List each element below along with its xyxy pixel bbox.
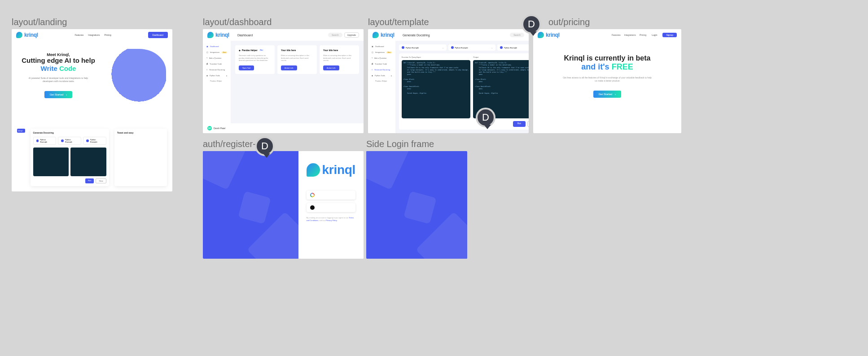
mini-card-title: Generate Docstring — [33, 131, 106, 134]
sidebar-item-docstring[interactable]: ≡Generate Docstring — [206, 67, 228, 73]
google-login-button[interactable] — [307, 191, 355, 200]
sidebar-item-translate[interactable]: ⇄Translate Code — [206, 61, 228, 67]
github-icon — [310, 205, 315, 210]
run-button[interactable]: Run — [513, 121, 526, 127]
login-button[interactable]: Login — [650, 33, 659, 37]
template-content: Python Example⌄ Python Example⌄ Python E… — [395, 41, 529, 133]
dash-card-2: Your title here Write an amazing descrip… — [277, 45, 317, 74]
frame-dashboard[interactable]: layout/dashboard krinql Dashboard Search… — [203, 17, 364, 133]
pricing-nav: krinql Features Integrations Pricing Log… — [533, 29, 681, 41]
nav-pricing[interactable]: Pricing — [104, 34, 111, 36]
dashboard-footer: DP Darsh Patel — [203, 123, 364, 133]
brand-logo[interactable]: krinql — [207, 32, 229, 38]
sidebar-item-integrations[interactable]: ◫IntegrationsNew — [206, 49, 228, 55]
nav-pricing[interactable]: Pricing — [640, 34, 646, 36]
nav-integrations[interactable]: Integrations — [88, 34, 100, 36]
example-pill-2[interactable]: Python Example⌄ — [448, 44, 496, 51]
brand-text: krinql — [546, 32, 560, 38]
nav-features[interactable]: Features — [75, 34, 84, 36]
brand-text: krinql — [381, 32, 395, 38]
hero-section: Meet Krinql, Cutting edge AI to help Wri… — [12, 41, 172, 123]
mini-pill-1[interactable]: Python Example — [33, 137, 57, 145]
sidebar-item-dashboard[interactable]: ▣Dashboard — [206, 43, 228, 49]
example-pill-1[interactable]: Python Example⌄ — [399, 44, 447, 51]
dashboard-main: ▣Dashboard ◫IntegrationsNew ?Ask a Quest… — [203, 41, 364, 123]
footer-user-name: Darsh Patel — [214, 127, 225, 130]
question-icon: ? — [206, 57, 207, 59]
collaborator-bubble-3[interactable]: D — [255, 136, 275, 156]
dash-card-pandas: ◈Pandas HelperPro Generate code to try q… — [235, 45, 275, 74]
sidebar-item-ask[interactable]: ?Ask a Question — [206, 55, 228, 61]
sidebar: ▣Dashboard ◫IntegrationsNew ?Ask a Quest… — [368, 41, 395, 133]
sidebar-item-pytools[interactable]: ◆Python Tools▴ — [206, 73, 228, 78]
mini-code-pair — [33, 148, 106, 176]
frame-template[interactable]: layout/template krinql Generate Docstrin… — [368, 17, 529, 133]
signup-button[interactable]: Signup — [662, 33, 677, 37]
search-input[interactable]: Search — [510, 33, 524, 37]
pro-badge: Pro — [259, 49, 264, 51]
nav-features[interactable]: Features — [612, 34, 621, 36]
sidebar-item-integrations[interactable]: ◫IntegrationsNew — [371, 49, 393, 55]
nav-integrations[interactable]: Integrations — [624, 34, 636, 36]
sidebar-item-translate[interactable]: ⇄Translate Code — [371, 61, 393, 67]
sidebar-item-pytools[interactable]: ◆Python Tools▴ — [371, 73, 393, 78]
side-login-body — [366, 151, 467, 259]
sidebar-item-ask[interactable]: ?Ask a Question — [371, 55, 393, 61]
pricing-nav-links: Features Integrations Pricing — [612, 34, 646, 36]
collaborator-bubble-1[interactable]: D — [522, 14, 541, 34]
run-button[interactable]: Run — [85, 178, 94, 183]
arrow-right-icon: › — [615, 93, 616, 96]
template-title: Generate Docstring — [403, 34, 430, 37]
brand-text: krinql — [24, 32, 38, 38]
dashboard-cards-grid: ◈Pandas HelperPro Generate code to try q… — [231, 41, 364, 123]
frame-pricing[interactable]: out/pricing krinql Features Integrations… — [533, 17, 681, 133]
mini-pill-3[interactable]: Python Example — [83, 137, 106, 145]
chevron-up-icon: ▴ — [226, 74, 227, 77]
mini-pill-2[interactable]: Python Example — [58, 137, 81, 145]
sidebar-item-docstring[interactable]: ≡Generate Docstring — [371, 67, 393, 73]
collaborator-bubble-2[interactable]: D — [476, 108, 495, 127]
frame-register[interactable]: auth/register- krinql By creating an acc… — [203, 139, 364, 259]
get-started-button[interactable]: Get Started › — [44, 91, 73, 98]
template-code-area: Function To Query/Input Output def train… — [399, 53, 529, 130]
hero-sub: AI powered Suite of developer tools and … — [25, 77, 92, 83]
card-title: Your title here — [323, 49, 355, 52]
python-icon: ◆ — [206, 74, 208, 77]
action-link-button[interactable]: Action Link — [281, 65, 297, 70]
privacy-link[interactable]: Privacy Policy — [326, 219, 337, 221]
card-title: Your title here — [281, 49, 313, 52]
clear-button[interactable]: Clear — [527, 121, 529, 127]
github-login-button[interactable] — [307, 203, 355, 212]
sidebar-sub-pandas[interactable]: Pandas Helper — [371, 78, 393, 83]
hero-text: Meet Krinql, Cutting edge AI to help Wri… — [18, 49, 99, 112]
google-icon — [310, 193, 315, 197]
template-footer-buttons: Run Clear — [402, 121, 529, 127]
dashboard-button[interactable]: Dashboard — [148, 32, 168, 38]
brand-logo[interactable]: krinql — [373, 32, 395, 38]
template-main: ▣Dashboard ◫IntegrationsNew ?Ask a Quest… — [368, 41, 529, 133]
doc-icon: ≡ — [372, 69, 373, 71]
dot-icon — [86, 139, 89, 142]
action-link-button[interactable]: Action Link — [323, 65, 339, 70]
clear-button[interactable]: Clear — [96, 178, 106, 183]
sidebar-item-dashboard[interactable]: ▣Dashboard — [371, 43, 393, 49]
mini-side-title: Tweet and easy — [117, 131, 164, 134]
frame-landing[interactable]: layout/landing krinql Features Integrati… — [12, 17, 172, 191]
search-input[interactable]: Search — [328, 33, 342, 37]
sidebar: ▣Dashboard ◫IntegrationsNew ?Ask a Quest… — [203, 41, 231, 123]
card-body: Write an amazing description in this ded… — [281, 54, 313, 62]
brand-logo[interactable]: krinql — [538, 32, 560, 38]
translate-icon: ⇄ — [372, 63, 373, 65]
open-tool-button[interactable]: Open Tool — [239, 65, 254, 70]
dot-icon — [36, 139, 39, 142]
example-pill-3[interactable]: Python Example⌄ — [497, 44, 529, 51]
avatar[interactable]: DP — [207, 126, 212, 130]
code-input-block[interactable]: def train(df, epochs=10, lr=1e-3): """Tr… — [402, 60, 470, 118]
chevron-down-icon: ⌄ — [491, 46, 493, 49]
get-started-button[interactable]: Get Started › — [593, 91, 622, 98]
brand-logo[interactable]: krinql — [16, 32, 38, 38]
mini-brand: krinql — [17, 129, 25, 133]
frame-side-login[interactable]: Side Login frame — [366, 139, 467, 259]
sidebar-sub-pandas[interactable]: Pandas Helper — [206, 78, 228, 83]
upgrade-button[interactable]: Upgrade — [344, 32, 359, 38]
